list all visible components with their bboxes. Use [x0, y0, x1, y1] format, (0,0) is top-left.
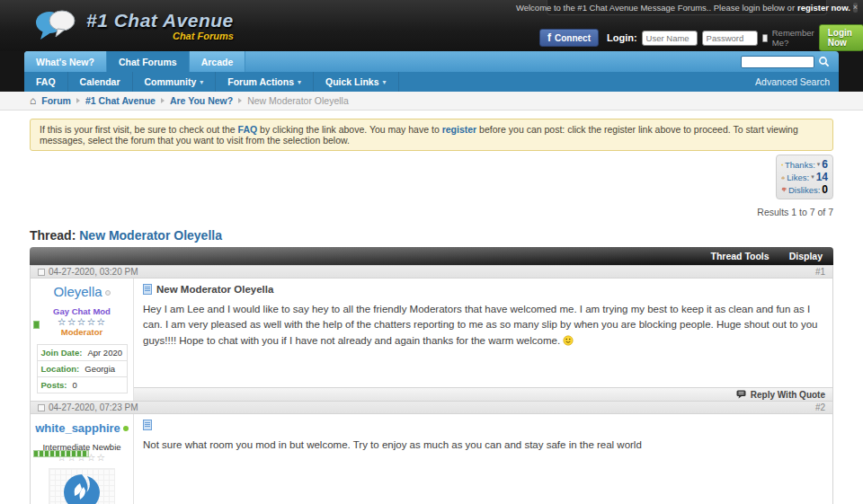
- post2-content: Not sure what room you mod in but welcom…: [134, 414, 832, 504]
- reply-quote-icon: [736, 390, 746, 399]
- post1-text: Hey I am Lee and I would like to say hey…: [143, 302, 823, 349]
- post2-text: Not sure what room you mod in but welcom…: [143, 438, 823, 453]
- post1-username[interactable]: Oleyella: [53, 284, 102, 299]
- reply-with-quote-button[interactable]: Reply With Quote: [751, 390, 825, 400]
- likes-link[interactable]: Likes:: [787, 172, 809, 182]
- chevron-down-icon[interactable]: ▾: [817, 161, 821, 168]
- breadcrumb-chat-avenue[interactable]: #1 Chat Avenue: [85, 95, 156, 106]
- chevron-down-icon[interactable]: ▾: [811, 173, 814, 181]
- post2-body: white_sapphire Intermediate Newbie ☆☆☆☆☆…: [31, 414, 832, 504]
- chevron-down-icon: ▾: [200, 78, 203, 86]
- post2-username[interactable]: white_sapphire: [35, 421, 120, 435]
- post1-infotable: Join Date:Apr 2020 Location:Georgia Post…: [37, 344, 128, 393]
- thread-title: Thread: New Moderator Oleyella: [30, 228, 833, 243]
- offline-status-icon: [105, 290, 111, 296]
- site-title: #1 Chat Avenue: [86, 10, 234, 31]
- display-button[interactable]: Display: [789, 251, 823, 261]
- white-sapphire-logo: [60, 471, 103, 504]
- thread-title-link[interactable]: New Moderator Oleyella: [79, 228, 222, 243]
- welcome-bar: Welcome to the #1 Chat Avenue Message Fo…: [547, 0, 827, 15]
- thanks-icon: [781, 160, 783, 170]
- facebook-icon: f: [547, 31, 551, 44]
- main-content: If this is your first visit, be sure to …: [0, 119, 863, 504]
- dislikes-row: Dislikes: 0: [781, 183, 828, 196]
- stats-zone: Thanks: ▾ 6 Likes: ▾ 14 Dislikes: 0 Resu…: [30, 151, 833, 226]
- post2-user-panel: white_sapphire Intermediate Newbie ☆☆☆☆☆…: [31, 414, 134, 504]
- chevron-down-icon: ▾: [298, 78, 301, 86]
- reputation-bar: [33, 321, 40, 329]
- tab-chat-forums[interactable]: Chat Forums: [107, 51, 190, 72]
- online-status-icon: [123, 426, 129, 431]
- faq-link[interactable]: FAQ: [238, 124, 258, 135]
- unread-post-icon: [38, 404, 45, 411]
- post1-footer: Reply With Quote: [134, 387, 832, 401]
- reputation-bar: [33, 450, 89, 457]
- location-row: Location:Georgia: [37, 361, 128, 377]
- breadcrumb-separator-icon: [76, 98, 80, 103]
- post-list: 04-27-2020, 03:20 PM #1 Oleyella Gay Cha…: [30, 265, 833, 504]
- search-icon[interactable]: [818, 56, 830, 67]
- post2-date: 04-27-2020, 07:23 PM: [49, 402, 138, 412]
- dislikes-link[interactable]: Dislikes:: [788, 185, 820, 195]
- thread-toolbar: Thread Tools Display: [30, 247, 833, 265]
- remember-me-checkbox[interactable]: [762, 34, 768, 42]
- post1-title: New Moderator Oleyella: [143, 284, 823, 295]
- site-logo[interactable]: #1 Chat Avenue Chat Forums: [34, 7, 234, 43]
- post2-number[interactable]: #2: [815, 402, 825, 412]
- post1-content: New Moderator Oleyella Hey I am Lee and …: [134, 279, 832, 401]
- password-input[interactable]: [702, 31, 758, 46]
- breadcrumb-are-you-new[interactable]: Are You New?: [170, 95, 233, 106]
- advanced-search-link[interactable]: Advanced Search: [755, 72, 839, 92]
- facebook-connect-button[interactable]: f Connect: [539, 29, 599, 47]
- tab-bar: What's New? Chat Forums Arcade: [24, 51, 839, 72]
- results-count: Results 1 to 7 of 7: [757, 207, 833, 217]
- search-box: [741, 51, 839, 72]
- thumbs-up-icon: [781, 172, 785, 182]
- thread-tools-button[interactable]: Thread Tools: [710, 251, 769, 261]
- login-area: f Connect Login: Remember Me? Login Now: [539, 24, 863, 51]
- chevron-down-icon: ▾: [383, 78, 387, 86]
- join-date-row: Join Date:Apr 2020: [37, 345, 128, 361]
- post1-user-panel: Oleyella Gay Chat Mod ☆☆☆☆☆ Moderator Jo…: [31, 279, 134, 401]
- close-icon[interactable]: ×: [853, 3, 858, 13]
- reactions-panel: Thanks: ▾ 6 Likes: ▾ 14 Dislikes: 0: [776, 155, 833, 199]
- chat-bubbles-icon: [34, 7, 81, 43]
- post1-role: Moderator: [34, 327, 129, 337]
- register-link[interactable]: register: [442, 124, 477, 135]
- post1-number[interactable]: #1: [815, 267, 825, 277]
- menu-faq[interactable]: FAQ: [24, 72, 68, 92]
- username-input[interactable]: [642, 31, 698, 46]
- menu-quick-links[interactable]: Quick Links▾: [314, 72, 399, 92]
- search-input[interactable]: [741, 56, 814, 68]
- menu-calendar[interactable]: Calendar: [68, 72, 133, 92]
- post2-title: [143, 420, 823, 430]
- tab-whats-new[interactable]: What's New?: [24, 51, 107, 72]
- post2-avatar[interactable]: White Sapphire: [49, 468, 115, 504]
- unread-post-icon: [38, 269, 45, 276]
- document-icon: [143, 284, 152, 295]
- menu-community[interactable]: Community▾: [133, 72, 217, 92]
- thanks-link[interactable]: Thanks:: [785, 160, 815, 170]
- menu-forum-actions[interactable]: Forum Actions▾: [216, 72, 314, 92]
- tab-arcade[interactable]: Arcade: [190, 51, 246, 72]
- likes-count: 14: [816, 171, 828, 183]
- post2-header: 04-27-2020, 07:23 PM #2: [31, 401, 832, 414]
- login-now-button[interactable]: Login Now: [819, 24, 863, 51]
- thumbs-down-icon: [781, 185, 787, 195]
- forum-page: #1 Chat Avenue Chat Forums Welcome to th…: [0, 0, 863, 504]
- home-icon[interactable]: ⌂: [30, 95, 36, 106]
- breadcrumb-forum[interactable]: Forum: [41, 95, 71, 106]
- navigation: What's New? Chat Forums Arcade FAQ Calen…: [0, 51, 863, 92]
- post1-date: 04-27-2020, 03:20 PM: [49, 267, 138, 277]
- register-now-link[interactable]: register now.: [797, 3, 850, 13]
- post1-body: Oleyella Gay Chat Mod ☆☆☆☆☆ Moderator Jo…: [31, 279, 832, 401]
- post1-usertitle: Gay Chat Mod: [34, 306, 129, 316]
- remember-me-label: Remember Me?: [772, 28, 814, 48]
- thanks-count: 6: [822, 158, 828, 171]
- smiley-icon: [563, 335, 574, 346]
- post1-header: 04-27-2020, 03:20 PM #1: [31, 265, 832, 279]
- likes-row: Likes: ▾ 14: [781, 171, 828, 183]
- thanks-row: Thanks: ▾ 6: [781, 158, 828, 171]
- post1-stars-icon: ☆☆☆☆☆: [34, 317, 129, 327]
- breadcrumb: ⌂ Forum #1 Chat Avenue Are You New? New …: [0, 92, 863, 111]
